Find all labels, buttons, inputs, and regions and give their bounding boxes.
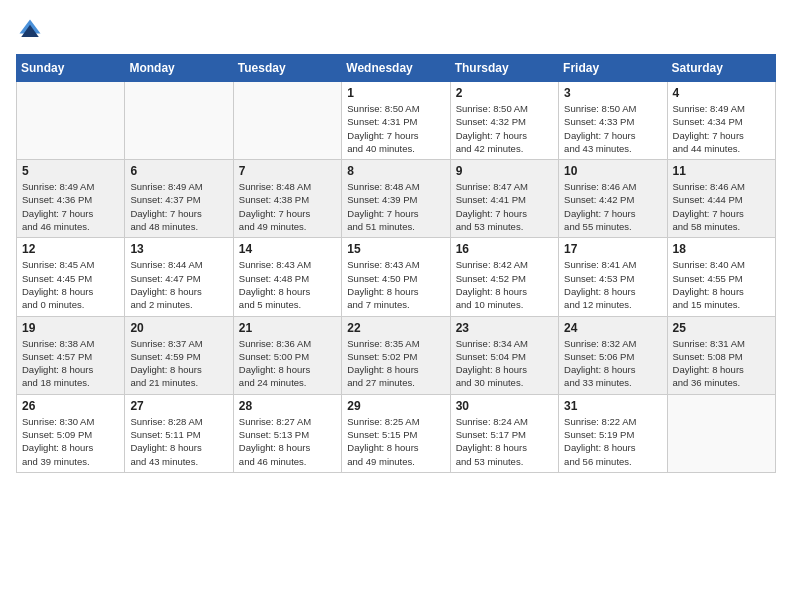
day-number: 24 — [564, 321, 661, 335]
calendar-cell: 22Sunrise: 8:35 AM Sunset: 5:02 PM Dayli… — [342, 316, 450, 394]
calendar-cell: 23Sunrise: 8:34 AM Sunset: 5:04 PM Dayli… — [450, 316, 558, 394]
weekday-header-thursday: Thursday — [450, 55, 558, 82]
calendar-cell: 15Sunrise: 8:43 AM Sunset: 4:50 PM Dayli… — [342, 238, 450, 316]
calendar-cell: 25Sunrise: 8:31 AM Sunset: 5:08 PM Dayli… — [667, 316, 775, 394]
calendar-cell — [125, 82, 233, 160]
weekday-header-friday: Friday — [559, 55, 667, 82]
day-number: 23 — [456, 321, 553, 335]
day-number: 15 — [347, 242, 444, 256]
calendar-cell: 24Sunrise: 8:32 AM Sunset: 5:06 PM Dayli… — [559, 316, 667, 394]
calendar-cell: 9Sunrise: 8:47 AM Sunset: 4:41 PM Daylig… — [450, 160, 558, 238]
day-number: 18 — [673, 242, 770, 256]
day-info: Sunrise: 8:50 AM Sunset: 4:32 PM Dayligh… — [456, 102, 553, 155]
day-info: Sunrise: 8:22 AM Sunset: 5:19 PM Dayligh… — [564, 415, 661, 468]
day-number: 16 — [456, 242, 553, 256]
calendar-cell: 2Sunrise: 8:50 AM Sunset: 4:32 PM Daylig… — [450, 82, 558, 160]
day-number: 22 — [347, 321, 444, 335]
day-number: 6 — [130, 164, 227, 178]
day-number: 7 — [239, 164, 336, 178]
day-number: 1 — [347, 86, 444, 100]
calendar-cell: 21Sunrise: 8:36 AM Sunset: 5:00 PM Dayli… — [233, 316, 341, 394]
day-info: Sunrise: 8:49 AM Sunset: 4:36 PM Dayligh… — [22, 180, 119, 233]
day-number: 3 — [564, 86, 661, 100]
day-number: 17 — [564, 242, 661, 256]
day-number: 13 — [130, 242, 227, 256]
day-info: Sunrise: 8:38 AM Sunset: 4:57 PM Dayligh… — [22, 337, 119, 390]
calendar-cell: 8Sunrise: 8:48 AM Sunset: 4:39 PM Daylig… — [342, 160, 450, 238]
calendar-cell: 27Sunrise: 8:28 AM Sunset: 5:11 PM Dayli… — [125, 394, 233, 472]
day-number: 20 — [130, 321, 227, 335]
day-number: 28 — [239, 399, 336, 413]
calendar-cell: 20Sunrise: 8:37 AM Sunset: 4:59 PM Dayli… — [125, 316, 233, 394]
calendar-week-row: 19Sunrise: 8:38 AM Sunset: 4:57 PM Dayli… — [17, 316, 776, 394]
day-number: 14 — [239, 242, 336, 256]
day-info: Sunrise: 8:24 AM Sunset: 5:17 PM Dayligh… — [456, 415, 553, 468]
day-info: Sunrise: 8:47 AM Sunset: 4:41 PM Dayligh… — [456, 180, 553, 233]
weekday-row: SundayMondayTuesdayWednesdayThursdayFrid… — [17, 55, 776, 82]
calendar-week-row: 26Sunrise: 8:30 AM Sunset: 5:09 PM Dayli… — [17, 394, 776, 472]
weekday-header-tuesday: Tuesday — [233, 55, 341, 82]
calendar-cell: 3Sunrise: 8:50 AM Sunset: 4:33 PM Daylig… — [559, 82, 667, 160]
day-info: Sunrise: 8:43 AM Sunset: 4:48 PM Dayligh… — [239, 258, 336, 311]
calendar-cell: 10Sunrise: 8:46 AM Sunset: 4:42 PM Dayli… — [559, 160, 667, 238]
day-number: 12 — [22, 242, 119, 256]
calendar-cell: 12Sunrise: 8:45 AM Sunset: 4:45 PM Dayli… — [17, 238, 125, 316]
day-info: Sunrise: 8:42 AM Sunset: 4:52 PM Dayligh… — [456, 258, 553, 311]
day-info: Sunrise: 8:40 AM Sunset: 4:55 PM Dayligh… — [673, 258, 770, 311]
calendar-cell: 11Sunrise: 8:46 AM Sunset: 4:44 PM Dayli… — [667, 160, 775, 238]
day-info: Sunrise: 8:49 AM Sunset: 4:34 PM Dayligh… — [673, 102, 770, 155]
day-info: Sunrise: 8:27 AM Sunset: 5:13 PM Dayligh… — [239, 415, 336, 468]
day-info: Sunrise: 8:48 AM Sunset: 4:39 PM Dayligh… — [347, 180, 444, 233]
day-info: Sunrise: 8:37 AM Sunset: 4:59 PM Dayligh… — [130, 337, 227, 390]
day-info: Sunrise: 8:41 AM Sunset: 4:53 PM Dayligh… — [564, 258, 661, 311]
calendar-cell: 30Sunrise: 8:24 AM Sunset: 5:17 PM Dayli… — [450, 394, 558, 472]
weekday-header-wednesday: Wednesday — [342, 55, 450, 82]
calendar-week-row: 12Sunrise: 8:45 AM Sunset: 4:45 PM Dayli… — [17, 238, 776, 316]
day-number: 31 — [564, 399, 661, 413]
calendar-cell: 19Sunrise: 8:38 AM Sunset: 4:57 PM Dayli… — [17, 316, 125, 394]
day-number: 26 — [22, 399, 119, 413]
day-info: Sunrise: 8:32 AM Sunset: 5:06 PM Dayligh… — [564, 337, 661, 390]
day-info: Sunrise: 8:36 AM Sunset: 5:00 PM Dayligh… — [239, 337, 336, 390]
day-number: 25 — [673, 321, 770, 335]
calendar-cell: 28Sunrise: 8:27 AM Sunset: 5:13 PM Dayli… — [233, 394, 341, 472]
day-info: Sunrise: 8:28 AM Sunset: 5:11 PM Dayligh… — [130, 415, 227, 468]
logo-icon — [16, 16, 44, 44]
weekday-header-sunday: Sunday — [17, 55, 125, 82]
calendar-cell — [233, 82, 341, 160]
calendar-cell: 6Sunrise: 8:49 AM Sunset: 4:37 PM Daylig… — [125, 160, 233, 238]
day-info: Sunrise: 8:48 AM Sunset: 4:38 PM Dayligh… — [239, 180, 336, 233]
logo — [16, 16, 48, 44]
calendar-cell: 31Sunrise: 8:22 AM Sunset: 5:19 PM Dayli… — [559, 394, 667, 472]
day-number: 9 — [456, 164, 553, 178]
day-number: 11 — [673, 164, 770, 178]
day-number: 2 — [456, 86, 553, 100]
calendar-cell: 26Sunrise: 8:30 AM Sunset: 5:09 PM Dayli… — [17, 394, 125, 472]
calendar-cell: 18Sunrise: 8:40 AM Sunset: 4:55 PM Dayli… — [667, 238, 775, 316]
calendar-cell: 7Sunrise: 8:48 AM Sunset: 4:38 PM Daylig… — [233, 160, 341, 238]
day-number: 29 — [347, 399, 444, 413]
calendar-cell: 13Sunrise: 8:44 AM Sunset: 4:47 PM Dayli… — [125, 238, 233, 316]
day-info: Sunrise: 8:30 AM Sunset: 5:09 PM Dayligh… — [22, 415, 119, 468]
calendar-week-row: 1Sunrise: 8:50 AM Sunset: 4:31 PM Daylig… — [17, 82, 776, 160]
day-info: Sunrise: 8:46 AM Sunset: 4:42 PM Dayligh… — [564, 180, 661, 233]
calendar-table: SundayMondayTuesdayWednesdayThursdayFrid… — [16, 54, 776, 473]
weekday-header-saturday: Saturday — [667, 55, 775, 82]
calendar-cell: 17Sunrise: 8:41 AM Sunset: 4:53 PM Dayli… — [559, 238, 667, 316]
day-number: 21 — [239, 321, 336, 335]
day-info: Sunrise: 8:44 AM Sunset: 4:47 PM Dayligh… — [130, 258, 227, 311]
calendar-week-row: 5Sunrise: 8:49 AM Sunset: 4:36 PM Daylig… — [17, 160, 776, 238]
calendar-cell: 4Sunrise: 8:49 AM Sunset: 4:34 PM Daylig… — [667, 82, 775, 160]
calendar-header: SundayMondayTuesdayWednesdayThursdayFrid… — [17, 55, 776, 82]
page-header — [16, 16, 776, 44]
calendar-cell — [667, 394, 775, 472]
calendar-cell: 16Sunrise: 8:42 AM Sunset: 4:52 PM Dayli… — [450, 238, 558, 316]
day-number: 19 — [22, 321, 119, 335]
day-info: Sunrise: 8:34 AM Sunset: 5:04 PM Dayligh… — [456, 337, 553, 390]
day-number: 5 — [22, 164, 119, 178]
day-number: 8 — [347, 164, 444, 178]
day-info: Sunrise: 8:50 AM Sunset: 4:31 PM Dayligh… — [347, 102, 444, 155]
day-info: Sunrise: 8:31 AM Sunset: 5:08 PM Dayligh… — [673, 337, 770, 390]
day-number: 30 — [456, 399, 553, 413]
calendar-body: 1Sunrise: 8:50 AM Sunset: 4:31 PM Daylig… — [17, 82, 776, 473]
